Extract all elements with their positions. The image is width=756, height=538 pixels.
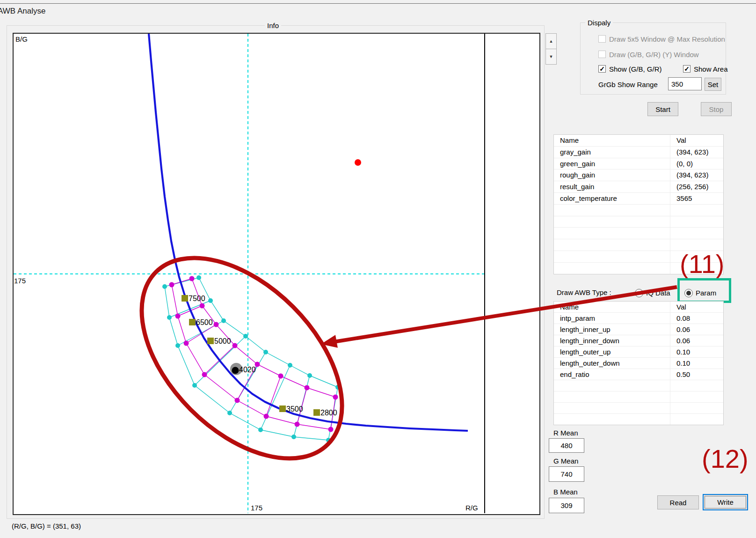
sample-point-dot — [355, 159, 361, 166]
cell-name — [554, 216, 670, 228]
mesh-vertex — [167, 315, 172, 320]
cell-name — [554, 251, 670, 262]
mesh-vertex — [175, 314, 181, 319]
table-row[interactable] — [554, 403, 723, 414]
cell-name: intp_param — [554, 313, 670, 324]
info-groupbox-label: Info — [265, 22, 281, 29]
ct-square — [207, 338, 214, 344]
mesh-vertex — [295, 422, 300, 427]
table-row[interactable]: intp_param0.08 — [554, 313, 723, 324]
mesh-vertex — [227, 411, 232, 415]
write-button[interactable]: Write — [703, 494, 748, 510]
cell-val: 0.06 — [670, 335, 723, 346]
read-button[interactable]: Read — [657, 495, 699, 509]
cell-val — [670, 205, 723, 216]
y-axis-label: B/G — [15, 35, 28, 43]
cell-name: length_inner_down — [554, 335, 670, 346]
mesh-vertex — [233, 343, 238, 348]
mesh-vertex — [162, 284, 167, 289]
awb-plot-canvas[interactable]: 750065005000402035002800 B/G 175 175 R/G — [13, 33, 540, 515]
col-header-name: Name — [554, 135, 670, 146]
cell-name: green_gain — [554, 158, 670, 170]
table-row[interactable]: result_gain(256, 256) — [554, 181, 723, 193]
current-point-dot — [232, 367, 239, 374]
param-table[interactable]: NameValintp_param0.08length_inner_up0.06… — [553, 301, 724, 425]
mesh-vertex — [175, 343, 180, 348]
start-button[interactable]: Start — [647, 102, 678, 116]
table-row[interactable] — [554, 228, 723, 239]
mesh-vertex — [243, 334, 248, 339]
table-row[interactable]: length_inner_up0.06 — [554, 324, 723, 335]
col-header-val: Val — [670, 135, 723, 146]
table-row[interactable] — [554, 414, 723, 425]
mesh-vertex — [189, 276, 195, 281]
display-groupbox-label: Dispaly — [585, 19, 613, 27]
down-arrow-icon: ▼ — [549, 54, 553, 59]
table-row[interactable]: green_gain(0, 0) — [554, 158, 723, 170]
draw-5x5-window-checkbox[interactable] — [598, 35, 606, 43]
show-gb-gr-checkbox[interactable] — [598, 65, 606, 73]
set-button[interactable]: Set — [705, 78, 721, 91]
mesh-vertex — [202, 372, 207, 377]
step-11-annotation: (11) — [680, 251, 724, 277]
table-row[interactable]: length_outer_down0.10 — [554, 358, 723, 369]
r-mean-value: 480 — [549, 438, 584, 453]
param-highlight-box — [677, 278, 731, 303]
table-header-row[interactable]: NameVal — [554, 135, 723, 147]
mesh-vertex — [288, 363, 292, 368]
cell-val: (256, 256) — [670, 181, 723, 192]
mesh-vertex — [184, 341, 189, 346]
scroll-down-button[interactable]: ▼ — [545, 49, 557, 65]
table-row[interactable] — [554, 216, 723, 228]
table-row[interactable]: length_outer_up0.10 — [554, 346, 723, 358]
cell-name: length_inner_up — [554, 324, 670, 335]
awb-curve — [149, 34, 468, 431]
step-12-annotation: (12) — [702, 446, 749, 472]
mesh-vertex — [192, 383, 197, 388]
cell-val — [670, 216, 723, 228]
cell-name — [554, 228, 670, 239]
x-axis-tick: 175 — [251, 504, 262, 512]
table-row[interactable]: rough_gain(394, 623) — [554, 170, 723, 181]
table-row[interactable]: gray_gain(394, 623) — [554, 147, 723, 158]
iq-data-radio[interactable] — [635, 289, 643, 297]
mesh-vertex — [307, 373, 312, 378]
ct-label: 7500 — [189, 295, 205, 302]
draw-5x5-window-label: Draw 5x5 Window @ Max Resolution — [609, 35, 725, 43]
ct-square — [182, 295, 188, 302]
cell-val — [670, 391, 723, 402]
scroll-up-button[interactable]: ▲ — [545, 33, 557, 49]
table-row[interactable]: length_inner_down0.06 — [554, 335, 723, 346]
ct-square — [279, 405, 286, 412]
show-area-checkbox[interactable] — [683, 65, 691, 73]
iq-data-radio-label: IQ Data — [646, 289, 670, 297]
ct-label: 4020 — [239, 366, 256, 374]
cell-name — [554, 414, 670, 425]
table-row[interactable] — [554, 380, 723, 391]
mesh-vertex — [328, 427, 334, 432]
mesh-vertex — [196, 275, 201, 280]
col-header-val: Val — [670, 302, 723, 312]
stop-button[interactable]: Stop — [701, 102, 732, 116]
cell-val: (394, 623) — [670, 170, 723, 181]
mesh-vertex — [305, 385, 310, 391]
window-top-border — [0, 3, 756, 4]
draw-gb-gr-y-window-checkbox[interactable] — [598, 51, 606, 58]
cell-name — [554, 403, 670, 413]
x-axis-label: R/G — [465, 504, 478, 512]
cell-val: (394, 623) — [670, 147, 723, 158]
grgb-show-range-input[interactable] — [668, 77, 702, 90]
mesh-vertex — [333, 395, 338, 400]
g-mean-label: G Mean — [553, 457, 578, 465]
cell-val: 0.50 — [670, 369, 723, 380]
table-row[interactable]: end_ratio0.50 — [554, 369, 723, 380]
table-row[interactable] — [554, 391, 723, 403]
cell-val — [670, 228, 723, 239]
table-row[interactable] — [554, 205, 723, 216]
cell-name — [554, 205, 670, 216]
draw-awb-type-label: Draw AWB Type : — [557, 288, 611, 296]
table-header-row[interactable]: NameVal — [554, 302, 723, 313]
table-row[interactable]: color_temperature3565 — [554, 193, 723, 205]
awb-plot[interactable]: 750065005000402035002800 B/G 175 175 R/G — [14, 34, 539, 514]
cell-name — [554, 263, 670, 274]
